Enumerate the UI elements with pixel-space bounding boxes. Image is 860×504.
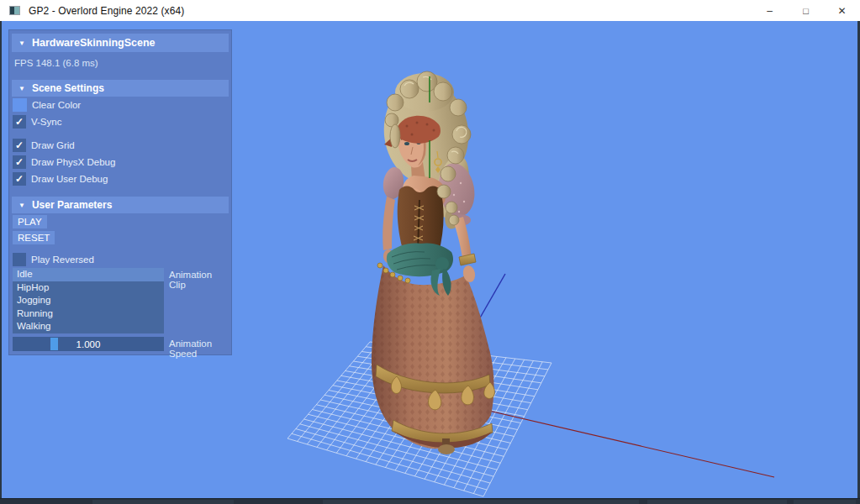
draw-grid-checkbox[interactable]: ✓ — [13, 139, 26, 152]
clear-color-swatch[interactable] — [13, 98, 27, 112]
scene-header-label: HardwareSkinningScene — [32, 37, 156, 49]
list-item[interactable]: Running — [13, 307, 164, 321]
window-title: GP2 - Overlord Engine 2022 (x64) — [29, 5, 184, 17]
draw-user-debug-label: Draw User Debug — [31, 174, 108, 184]
draw-user-row: ✓ Draw User Debug — [13, 171, 108, 186]
minimize-icon: – — [767, 5, 773, 17]
app-window-icon — [9, 6, 20, 15]
close-icon: ✕ — [837, 5, 846, 17]
reset-button[interactable]: RESET — [13, 231, 55, 244]
check-icon: ✓ — [15, 117, 24, 127]
window-border-left — [0, 21, 2, 504]
animation-speed-label: Animation Speed — [169, 339, 231, 359]
clear-color-row: Clear Color — [13, 97, 81, 113]
draw-grid-row: ✓ Draw Grid — [13, 138, 75, 153]
chevron-down-icon: ▼ — [18, 39, 25, 47]
animation-clip-label: Animation Clip — [169, 270, 231, 290]
scene-collapsing-header[interactable]: ▼ HardwareSkinningScene — [12, 34, 229, 52]
list-item[interactable]: HipHop — [13, 281, 164, 295]
draw-user-debug-checkbox[interactable]: ✓ — [13, 172, 26, 186]
maximize-button[interactable]: □ — [788, 0, 824, 21]
user-parameters-label: User Parameters — [32, 199, 112, 211]
window-controls: – □ ✕ — [752, 0, 860, 21]
list-item[interactable]: Idle — [13, 268, 164, 281]
play-reversed-checkbox[interactable]: ✓ — [13, 253, 26, 266]
debug-panel: ▼ HardwareSkinningScene FPS 148.1 (6.8 m… — [8, 29, 232, 355]
draw-physx-row: ✓ Draw PhysX Debug — [13, 155, 115, 170]
play-button[interactable]: PLAY — [13, 215, 47, 228]
scene-settings-header[interactable]: ▼ Scene Settings — [12, 80, 229, 97]
play-reversed-label: Play Reversed — [31, 255, 94, 265]
taskbar-edge — [0, 498, 860, 504]
vsync-checkbox[interactable]: ✓ — [13, 115, 26, 129]
animation-clip-listbox[interactable]: Idle HipHop Jogging Running Walking — [13, 268, 164, 333]
draw-physx-checkbox[interactable]: ✓ — [13, 155, 26, 169]
animation-speed-value: 1.000 — [13, 337, 164, 351]
titlebar[interactable]: GP2 - Overlord Engine 2022 (x64) – □ ✕ — [0, 0, 860, 21]
draw-physx-label: Draw PhysX Debug — [31, 157, 115, 167]
play-reversed-row: ✓ Play Reversed — [13, 252, 94, 267]
animation-speed-slider[interactable]: 1.000 — [13, 337, 164, 351]
list-item[interactable]: Jogging — [13, 294, 164, 307]
check-icon: ✓ — [15, 140, 24, 150]
list-item[interactable]: Walking — [13, 320, 164, 333]
axis-x-line — [482, 409, 774, 477]
chevron-down-icon: ▼ — [18, 202, 25, 209]
fps-counter: FPS 148.1 (6.8 ms) — [14, 58, 98, 68]
user-parameters-header[interactable]: ▼ User Parameters — [12, 197, 229, 213]
chevron-down-icon: ▼ — [18, 85, 25, 92]
check-icon: ✓ — [15, 157, 24, 167]
scene-settings-label: Scene Settings — [32, 82, 104, 94]
draw-grid-label: Draw Grid — [31, 140, 75, 150]
character-model — [372, 71, 494, 454]
clear-color-label: Clear Color — [32, 100, 81, 110]
check-icon: ✓ — [15, 174, 24, 184]
app-window: GP2 - Overlord Engine 2022 (x64) – □ ✕ — [0, 0, 860, 504]
vsync-row: ✓ V-Sync — [13, 114, 61, 129]
minimize-button[interactable]: – — [752, 0, 788, 21]
vsync-label: V-Sync — [31, 117, 61, 127]
maximize-icon: □ — [803, 6, 809, 16]
close-button[interactable]: ✕ — [824, 0, 860, 21]
